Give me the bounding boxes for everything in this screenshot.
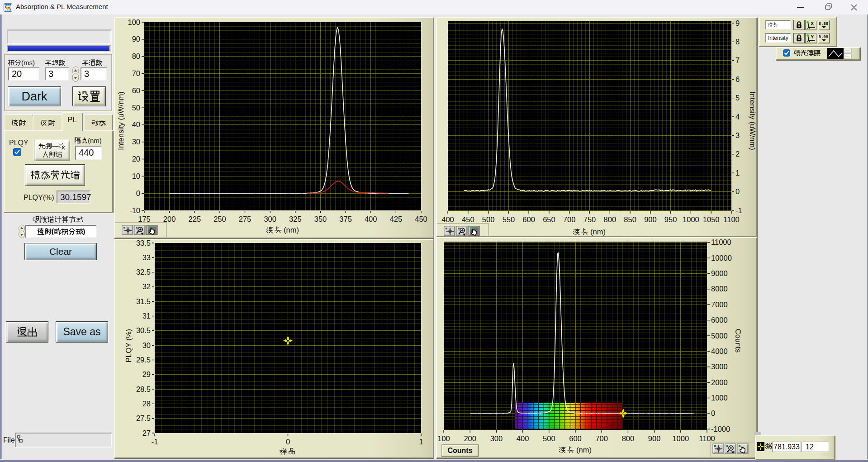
svg-text:4000: 4000 bbox=[711, 347, 728, 355]
svg-text:33.5: 33.5 bbox=[136, 239, 151, 247]
svg-text:2000: 2000 bbox=[711, 378, 728, 386]
svg-text:250: 250 bbox=[213, 215, 226, 223]
svg-text:(nm): (nm) bbox=[284, 226, 299, 234]
svg-text:28: 28 bbox=[142, 400, 151, 408]
svg-text:9000: 9000 bbox=[711, 269, 728, 277]
svg-text:1: 1 bbox=[419, 438, 423, 446]
svg-text:X: X bbox=[811, 21, 814, 26]
svg-text:90: 90 bbox=[132, 35, 140, 43]
svg-text:30: 30 bbox=[132, 138, 140, 146]
svg-text:350: 350 bbox=[314, 215, 327, 223]
svg-text:Counts: Counts bbox=[447, 447, 472, 454]
svg-text:800: 800 bbox=[622, 434, 635, 443]
svg-text:1100: 1100 bbox=[699, 434, 715, 443]
svg-text:PLQY (%): PLQY (%) bbox=[124, 329, 133, 362]
svg-text:11000: 11000 bbox=[711, 238, 731, 246]
svg-text:6000: 6000 bbox=[711, 316, 728, 324]
svg-text:450: 450 bbox=[415, 215, 427, 223]
svg-text:Intensity (uW/nm): Intensity (uW/nm) bbox=[117, 91, 125, 150]
svg-text:27: 27 bbox=[142, 429, 151, 437]
svg-text:550: 550 bbox=[503, 215, 515, 224]
svg-text:9.99: 9.99 bbox=[819, 35, 828, 39]
svg-text:200: 200 bbox=[163, 215, 176, 223]
svg-text:10: 10 bbox=[132, 172, 140, 180]
svg-text:600: 600 bbox=[569, 434, 582, 443]
svg-text:300: 300 bbox=[264, 215, 276, 223]
svg-text:29.5: 29.5 bbox=[136, 356, 151, 364]
svg-text:5: 5 bbox=[735, 94, 740, 102]
svg-text:6: 6 bbox=[735, 75, 740, 83]
svg-text:3: 3 bbox=[735, 131, 740, 139]
svg-text:60: 60 bbox=[132, 86, 140, 95]
svg-text:200: 200 bbox=[464, 434, 476, 443]
svg-text:7: 7 bbox=[735, 56, 740, 64]
svg-text:-1: -1 bbox=[735, 206, 742, 214]
svg-text:425: 425 bbox=[390, 215, 403, 223]
svg-text:750: 750 bbox=[583, 215, 596, 224]
svg-text:70: 70 bbox=[132, 69, 140, 77]
svg-text:32: 32 bbox=[142, 282, 151, 291]
svg-text:8: 8 bbox=[735, 38, 740, 46]
svg-text:600: 600 bbox=[522, 215, 535, 224]
svg-text:7000: 7000 bbox=[711, 300, 728, 309]
svg-text:Intensity (uW/nm): Intensity (uW/nm) bbox=[749, 91, 757, 150]
svg-text:-10: -10 bbox=[129, 206, 140, 214]
svg-text:450: 450 bbox=[462, 215, 474, 224]
svg-text:9: 9 bbox=[735, 19, 740, 27]
svg-text:100: 100 bbox=[128, 18, 140, 26]
svg-text:900: 900 bbox=[648, 434, 661, 443]
svg-text:500: 500 bbox=[543, 434, 555, 443]
svg-text:0: 0 bbox=[735, 187, 740, 195]
svg-text:1050: 1050 bbox=[703, 215, 720, 224]
svg-text:0: 0 bbox=[136, 189, 140, 197]
svg-text:850: 850 bbox=[624, 215, 636, 224]
svg-text:8.88: 8.88 bbox=[819, 22, 828, 26]
svg-text:375: 375 bbox=[339, 215, 352, 223]
svg-text:1100: 1100 bbox=[723, 215, 739, 224]
svg-text:5000: 5000 bbox=[711, 332, 728, 340]
svg-text:50: 50 bbox=[132, 104, 140, 112]
svg-text:400: 400 bbox=[441, 215, 454, 224]
svg-text:80: 80 bbox=[132, 52, 140, 60]
svg-text:40: 40 bbox=[132, 120, 140, 129]
svg-text:31: 31 bbox=[142, 312, 151, 320]
svg-text:700: 700 bbox=[595, 434, 608, 443]
svg-text:1000: 1000 bbox=[672, 434, 689, 443]
svg-text:500: 500 bbox=[482, 215, 495, 224]
svg-text:0: 0 bbox=[711, 409, 715, 417]
svg-text:900: 900 bbox=[644, 215, 657, 224]
svg-text:10000: 10000 bbox=[711, 254, 732, 262]
svg-text:100: 100 bbox=[437, 434, 450, 443]
svg-text:4: 4 bbox=[735, 113, 740, 121]
svg-text:225: 225 bbox=[189, 215, 201, 223]
svg-text:8000: 8000 bbox=[711, 285, 728, 293]
svg-text:(nm): (nm) bbox=[576, 446, 592, 454]
svg-text:20: 20 bbox=[132, 155, 140, 163]
svg-text:1000: 1000 bbox=[711, 394, 728, 402]
svg-text:400: 400 bbox=[517, 434, 529, 443]
svg-text:1: 1 bbox=[735, 169, 740, 177]
svg-text:175: 175 bbox=[138, 215, 151, 223]
svg-text:300: 300 bbox=[490, 434, 503, 443]
svg-text:800: 800 bbox=[604, 215, 617, 224]
svg-text:Counts: Counts bbox=[734, 329, 742, 352]
svg-text:28.5: 28.5 bbox=[136, 385, 151, 393]
svg-text:950: 950 bbox=[664, 215, 677, 224]
svg-text:Y: Y bbox=[811, 34, 814, 39]
svg-text:1000: 1000 bbox=[683, 215, 699, 224]
svg-text:400: 400 bbox=[365, 215, 377, 223]
svg-text:2: 2 bbox=[735, 150, 740, 158]
svg-text:30: 30 bbox=[142, 341, 151, 349]
svg-text:-1000: -1000 bbox=[711, 425, 730, 433]
svg-text:325: 325 bbox=[289, 215, 302, 223]
svg-text:29: 29 bbox=[142, 370, 151, 378]
svg-text:30.5: 30.5 bbox=[136, 326, 151, 334]
svg-text:650: 650 bbox=[543, 215, 555, 224]
svg-text:27.5: 27.5 bbox=[136, 414, 151, 422]
svg-text:275: 275 bbox=[239, 215, 251, 223]
svg-text:31.5: 31.5 bbox=[136, 297, 151, 305]
svg-text:33: 33 bbox=[142, 253, 151, 262]
svg-text:(nm): (nm) bbox=[590, 228, 606, 236]
svg-text:32.5: 32.5 bbox=[136, 268, 151, 276]
svg-text:-1: -1 bbox=[152, 438, 158, 446]
